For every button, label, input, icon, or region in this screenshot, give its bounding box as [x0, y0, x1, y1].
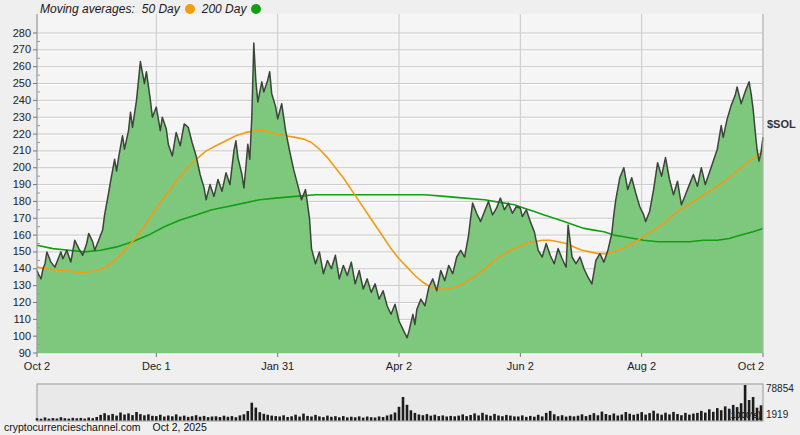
- volume-bar: [255, 408, 258, 421]
- volume-bar: [151, 416, 154, 421]
- volume-bar: [621, 415, 624, 421]
- volume-bar: [569, 416, 572, 421]
- volume-bar: [628, 414, 631, 421]
- volume-bar: [103, 413, 106, 420]
- legend-dot-50day-icon: [185, 4, 195, 14]
- volume-bar: [449, 416, 452, 421]
- y-axis-label: 110: [0, 314, 31, 325]
- volume-bar: [525, 417, 528, 421]
- volume-bar: [497, 416, 500, 421]
- volume-bar: [406, 405, 409, 421]
- volume-bar: [107, 415, 110, 420]
- volume-bar: [302, 414, 305, 421]
- volume-bar: [505, 415, 508, 421]
- volume-bar: [147, 414, 150, 420]
- volume-bar: [422, 415, 425, 420]
- volume-bar: [414, 413, 417, 421]
- volume-max-label: 78854: [766, 383, 794, 394]
- volume-bar: [362, 418, 365, 421]
- volume-bar: [298, 417, 301, 421]
- y-axis-label: 170: [0, 213, 31, 224]
- volume-bar: [430, 416, 433, 421]
- y-axis-label: 280: [0, 28, 31, 39]
- volume-bar: [282, 415, 285, 420]
- legend-label-200day: 200 Day: [202, 2, 247, 16]
- volume-bar: [589, 415, 592, 421]
- volume-bar: [644, 415, 647, 421]
- volume-bar: [239, 415, 242, 420]
- y-axis-label: 130: [0, 280, 31, 291]
- y-axis-label: 240: [0, 95, 31, 106]
- legend-item-50day: 50 Day: [142, 2, 195, 16]
- volume-bar: [167, 416, 170, 421]
- volume-units-label: (1000's): [662, 410, 761, 420]
- volume-bar: [366, 417, 369, 421]
- volume-bar: [155, 416, 158, 420]
- volume-bar: [390, 414, 393, 420]
- volume-bar: [115, 416, 118, 421]
- volume-bar: [513, 416, 516, 420]
- y-axis-label: 230: [0, 112, 31, 123]
- volume-bar: [203, 416, 206, 421]
- volume-bar: [394, 413, 397, 421]
- volume-bar: [434, 415, 437, 421]
- volume-bar: [330, 417, 333, 421]
- x-axis-label: Dec 1: [142, 360, 171, 372]
- volume-bar: [493, 414, 496, 421]
- volume-bar: [354, 417, 357, 420]
- volume-bar: [561, 415, 564, 420]
- volume-bar: [123, 415, 126, 421]
- volume-bar: [453, 416, 456, 420]
- volume-bar: [274, 416, 277, 420]
- volume-bar: [553, 414, 556, 420]
- x-axis-label: Jun 2: [507, 360, 534, 372]
- volume-bar: [581, 414, 584, 420]
- volume-bar: [609, 415, 612, 420]
- volume-bar: [175, 414, 178, 420]
- volume-bar: [477, 415, 480, 420]
- volume-bar: [557, 416, 560, 420]
- volume-bar: [481, 413, 484, 421]
- volume-bar: [243, 414, 246, 420]
- volume-bar: [235, 417, 238, 420]
- volume-bar: [207, 417, 210, 420]
- y-axis-label: 150: [0, 246, 31, 257]
- volume-bar: [278, 417, 281, 421]
- volume-bar: [473, 413, 476, 420]
- volume-bar: [290, 416, 293, 420]
- volume-bar: [601, 412, 604, 421]
- volume-bar: [179, 417, 182, 421]
- volume-bar: [382, 417, 385, 421]
- legend-prefix: Moving averages:: [40, 2, 135, 16]
- volume-bar: [541, 416, 544, 420]
- volume-bar: [259, 412, 262, 420]
- volume-bar: [445, 417, 448, 421]
- volume-bar: [537, 415, 540, 421]
- volume-bar: [489, 416, 492, 421]
- volume-bar: [350, 417, 353, 421]
- x-axis-label: Apr 2: [386, 360, 412, 372]
- volume-bar: [111, 414, 114, 421]
- legend-item-200day: 200 Day: [202, 2, 262, 16]
- y-axis-label: 160: [0, 230, 31, 241]
- volume-bar: [457, 416, 460, 421]
- volume-bar: [442, 415, 445, 420]
- volume-bar: [294, 415, 297, 421]
- volume-bar: [342, 416, 345, 420]
- footer-date: Oct 2, 2025: [152, 421, 206, 433]
- x-axis-label: Jan 31: [261, 360, 294, 372]
- volume-bar: [438, 416, 441, 420]
- volume-bar: [370, 417, 373, 420]
- volume-bar: [227, 417, 230, 421]
- volume-bar: [533, 417, 536, 421]
- volume-bar: [656, 414, 659, 421]
- volume-bar: [286, 417, 289, 421]
- y-axis-label: 200: [0, 162, 31, 173]
- volume-min-label: 1919: [766, 409, 788, 420]
- y-axis-label: 210: [0, 145, 31, 156]
- volume-bar: [585, 416, 588, 420]
- volume-bar: [461, 414, 464, 420]
- y-axis-label: 190: [0, 179, 31, 190]
- volume-bar: [183, 416, 186, 421]
- ma-legend: Moving averages: 50 Day 200 Day: [40, 2, 261, 16]
